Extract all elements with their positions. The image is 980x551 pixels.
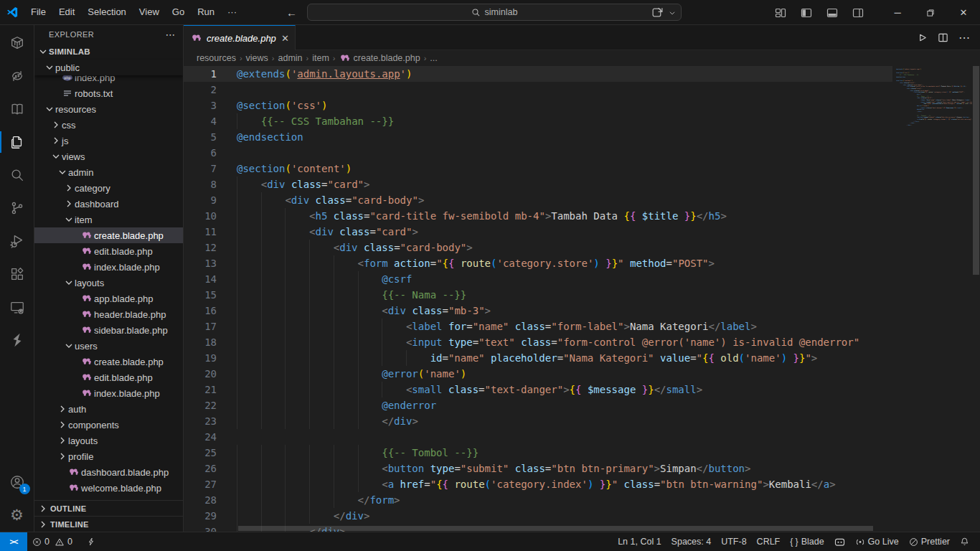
code-line-19[interactable]: 19id="name" placeholder="Nama Kategori" … xyxy=(184,350,892,366)
copilot-icon[interactable] xyxy=(647,4,667,22)
vertical-scrollbar[interactable] xyxy=(972,66,980,532)
breadcrumb-item[interactable]: item xyxy=(312,53,329,63)
chevron-down-icon[interactable] xyxy=(667,4,677,22)
split-editor-icon[interactable] xyxy=(938,32,948,43)
tree-item-users[interactable]: users xyxy=(34,338,183,354)
settings-gear-icon[interactable]: ⚙ xyxy=(0,499,34,532)
tree-item-create-blade-php[interactable]: create.blade.php xyxy=(34,227,183,243)
tree-item-js[interactable]: js xyxy=(34,133,183,149)
code-line-2[interactable]: 2 xyxy=(184,82,892,98)
code-line-27[interactable]: 27<a href="{{ route('category.index') }}… xyxy=(184,476,892,492)
close-window-button[interactable]: ✕ xyxy=(947,0,980,25)
menu-edit[interactable]: Edit xyxy=(52,4,81,21)
tree-item-welcome-blade-php[interactable]: welcome.blade.php xyxy=(34,480,183,496)
code-line-9[interactable]: 9<div class="card-body"> xyxy=(184,192,892,208)
problems-indicator[interactable]: 0 0 xyxy=(27,532,77,551)
menu-view[interactable]: View xyxy=(133,4,166,21)
menu-run[interactable]: Run xyxy=(191,4,221,21)
tree-item-auth[interactable]: auth xyxy=(34,401,183,417)
status-encoding[interactable]: UTF-8 xyxy=(716,532,751,551)
run-file-icon[interactable] xyxy=(917,32,928,43)
code-line-26[interactable]: 26<button type="submit" class="btn btn-p… xyxy=(184,461,892,476)
tree-item-dashboard-blade-php[interactable]: dashboard.blade.php xyxy=(34,464,183,480)
tree-item-index-php[interactable]: phpindex.php xyxy=(34,75,183,85)
tree-item-robots-txt[interactable]: robots.txt xyxy=(34,85,183,101)
tree-item-create-blade-php[interactable]: create.blade.php xyxy=(34,354,183,369)
code-line-10[interactable]: 10<h5 class="card-title fw-semibold mb-4… xyxy=(184,208,892,224)
s-extension-icon[interactable] xyxy=(0,324,34,357)
code-line-18[interactable]: 18<input type="text" class="form-control… xyxy=(184,334,892,350)
explorer-icon[interactable] xyxy=(0,126,34,159)
tree-item-edit-blade-php[interactable]: edit.blade.php xyxy=(34,369,183,385)
code-line-6[interactable]: 6 xyxy=(184,145,892,161)
tree-item-app-blade-php[interactable]: app.blade.php xyxy=(34,291,183,306)
toggle-panel-icon[interactable] xyxy=(822,4,842,22)
code-line-3[interactable]: 3@section('css') xyxy=(184,98,892,113)
menu-file[interactable]: File xyxy=(24,4,52,21)
tree-item-index-blade-php[interactable]: index.blade.php xyxy=(34,385,183,401)
code-line-12[interactable]: 12<div class="card-body"> xyxy=(184,240,892,255)
tree-item-profile[interactable]: profile xyxy=(34,448,183,464)
breadcrumb--[interactable]: ... xyxy=(430,53,437,63)
tree-item-admin[interactable]: admin xyxy=(34,164,183,180)
code-line-23[interactable]: 23</div> xyxy=(184,413,892,429)
customize-layout-icon[interactable] xyxy=(771,4,791,22)
code-line-25[interactable]: 25{{-- Tombol --}} xyxy=(184,445,892,461)
status-cursor-position[interactable]: Ln 1, Col 1 xyxy=(613,532,666,551)
tree-item-sidebar-blade-php[interactable]: sidebar.blade.php xyxy=(34,322,183,338)
status-go-live[interactable]: Go Live xyxy=(850,532,904,551)
tree-item-header-blade-php[interactable]: header.blade.php xyxy=(34,306,183,322)
tree-item-css[interactable]: css xyxy=(34,117,183,133)
run-debug-icon[interactable] xyxy=(0,225,34,258)
code-line-28[interactable]: 28</form> xyxy=(184,492,892,508)
code-line-24[interactable]: 24 xyxy=(184,429,892,445)
status-indentation[interactable]: Spaces: 4 xyxy=(666,532,717,551)
code-line-13[interactable]: 13<form action="{{ route('category.store… xyxy=(184,255,892,271)
editor-more-actions-icon[interactable]: ⋯ xyxy=(958,31,970,44)
menu-selection[interactable]: Selection xyxy=(81,4,132,21)
tree-item-layouts[interactable]: layouts xyxy=(34,433,183,448)
remote-indicator[interactable]: >< xyxy=(0,532,27,551)
explorer-more-actions-icon[interactable]: ⋯ xyxy=(166,29,176,40)
tree-item-resources[interactable]: resources xyxy=(34,101,183,117)
breadcrumb-admin[interactable]: admin xyxy=(278,53,303,63)
tree-item-category[interactable]: category xyxy=(34,180,183,196)
code-line-8[interactable]: 8<div class="card"> xyxy=(184,176,892,192)
code-line-11[interactable]: 11<div class="card"> xyxy=(184,224,892,240)
status-prettier[interactable]: Prettier xyxy=(904,532,955,551)
tree-item-layouts[interactable]: layouts xyxy=(34,275,183,291)
code-line-29[interactable]: 29</div> xyxy=(184,508,892,524)
code-line-22[interactable]: 22@enderror xyxy=(184,397,892,413)
breadcrumb-resources[interactable]: resources xyxy=(197,53,236,63)
status-extension-status[interactable] xyxy=(829,532,850,551)
remote-explorer-icon[interactable] xyxy=(0,291,34,324)
code-line-7[interactable]: 7@section('content') xyxy=(184,161,892,176)
tree-item-public[interactable]: public xyxy=(34,60,183,75)
toggle-secondary-sidebar-icon[interactable] xyxy=(848,4,868,22)
nav-back-icon[interactable]: ← xyxy=(286,6,297,19)
sync-extension-icon[interactable] xyxy=(0,60,34,93)
code-line-17[interactable]: 17<label for="name" class="form-label">N… xyxy=(184,319,892,334)
minimap[interactable]: @extends('admin.layouts.app')@section('c… xyxy=(892,66,972,532)
status-notifications[interactable] xyxy=(955,532,974,551)
panel-outline[interactable]: OUTLINE xyxy=(34,500,183,516)
code-line-15[interactable]: 15{{-- Nama --}} xyxy=(184,287,892,303)
tree-item-item[interactable]: item xyxy=(34,212,183,227)
extensions-icon[interactable] xyxy=(0,258,34,291)
status-eol[interactable]: CRLF xyxy=(752,532,786,551)
container-icon[interactable] xyxy=(0,27,34,60)
tree-item-edit-blade-php[interactable]: edit.blade.php xyxy=(34,243,183,259)
menu-go[interactable]: Go xyxy=(166,4,191,21)
tree-item-siminlab[interactable]: SIMINLAB xyxy=(34,44,183,60)
code-line-21[interactable]: 21<small class="text-danger">{{ $message… xyxy=(184,382,892,397)
code-line-1[interactable]: 1@extends('admin.layouts.app') xyxy=(184,66,892,82)
source-control-icon[interactable] xyxy=(0,192,34,225)
code-line-4[interactable]: 4{{-- CSS Tambahan --}} xyxy=(184,113,892,129)
tree-item-dashboard[interactable]: dashboard xyxy=(34,196,183,212)
tree-item-index-blade-php[interactable]: index.blade.php xyxy=(34,259,183,275)
code-line-5[interactable]: 5@endsection xyxy=(184,129,892,145)
restore-button[interactable] xyxy=(914,0,947,25)
command-center-search[interactable]: siminlab xyxy=(307,4,682,21)
flash-icon[interactable] xyxy=(82,532,100,551)
account-icon[interactable]: 1 xyxy=(0,466,34,499)
